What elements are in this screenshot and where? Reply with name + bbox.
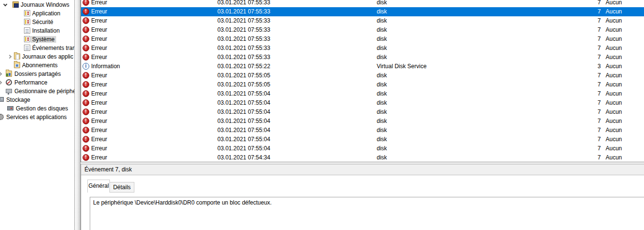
plain-log-icon xyxy=(24,45,30,51)
sidebar-item-evenements-trar[interactable]: Événements trar xyxy=(0,44,74,52)
level-cell: Erreur xyxy=(91,155,107,161)
event-id-cell: 7 xyxy=(582,36,601,42)
event-row[interactable]: Erreur03.01.2021 07:54:34disk7Aucun xyxy=(81,153,644,162)
sidebar-item-dossiers-partages[interactable]: Dossiers partagés xyxy=(0,70,74,78)
task-category-cell: Aucun xyxy=(606,0,622,6)
event-log-icon xyxy=(24,10,30,16)
event-row[interactable]: Erreur03.01.2021 07:55:04disk7Aucun xyxy=(81,98,644,108)
date-cell: 03.01.2021 07:55:33 xyxy=(217,45,270,51)
services-icon xyxy=(0,114,4,120)
event-row[interactable]: Erreur03.01.2021 07:55:33disk7Aucun xyxy=(81,7,644,16)
tab-general[interactable]: Général xyxy=(87,180,110,193)
level-cell: Erreur xyxy=(91,9,107,15)
event-row[interactable]: Erreur03.01.2021 07:55:33disk7Aucun xyxy=(81,0,644,7)
event-log-icon xyxy=(24,36,30,42)
source-cell: disk xyxy=(377,82,387,88)
level-cell: Erreur xyxy=(91,136,107,143)
sidebar-item-gestionnaire-de-periphe[interactable]: Gestionnaire de périphé xyxy=(0,87,74,96)
event-id-cell: 7 xyxy=(582,45,601,51)
sidebar-item-journaux-windows[interactable]: Journaux Windows xyxy=(0,0,74,9)
event-id-cell: 7 xyxy=(582,109,601,115)
event-row[interactable]: Erreur03.01.2021 07:55:04disk7Aucun xyxy=(81,117,644,126)
error-icon xyxy=(83,90,89,97)
sidebar-item-application[interactable]: Application xyxy=(0,9,74,18)
event-row[interactable]: Erreur03.01.2021 07:55:04disk7Aucun xyxy=(81,144,644,153)
event-row[interactable]: Erreur03.01.2021 07:55:04disk7Aucun xyxy=(81,135,644,144)
tab-details[interactable]: Détails xyxy=(109,182,134,193)
storage-icon xyxy=(0,97,4,102)
task-category-cell: Aucun xyxy=(606,100,622,106)
task-category-cell: Aucun xyxy=(606,27,622,33)
error-icon xyxy=(83,154,89,161)
source-cell: disk xyxy=(377,145,387,152)
error-icon xyxy=(83,109,89,115)
level-cell: Erreur xyxy=(91,54,107,61)
error-icon xyxy=(83,72,89,79)
disk-management-icon xyxy=(7,106,13,110)
chevron-down-icon[interactable] xyxy=(3,2,7,6)
event-id-cell: 7 xyxy=(582,27,601,33)
windows-logs-icon xyxy=(12,1,19,8)
event-row[interactable]: Erreur03.01.2021 07:55:05disk7Aucun xyxy=(81,71,644,80)
performance-icon xyxy=(6,79,12,85)
task-category-cell: Aucun xyxy=(606,91,622,97)
task-category-cell: Aucun xyxy=(606,63,622,70)
event-row[interactable]: Information03.01.2021 07:55:22Virtual Di… xyxy=(81,62,644,71)
sidebar-item-stockage[interactable]: Stockage xyxy=(0,96,74,104)
event-row[interactable]: Erreur03.01.2021 07:55:04disk7Aucun xyxy=(81,89,644,98)
console-tree: Journaux WindowsApplicationSécuritéInsta… xyxy=(0,0,74,121)
task-category-cell: Aucun xyxy=(606,18,622,24)
sidebar-item-performance[interactable]: Performance xyxy=(0,78,74,87)
sidebar-item-label: Abonnements xyxy=(22,62,58,69)
event-row[interactable]: Erreur03.01.2021 07:55:33disk7Aucun xyxy=(81,25,644,35)
level-cell: Erreur xyxy=(91,109,107,115)
event-message-text: Le périphérique \Device\Harddisk0\DR0 co… xyxy=(93,199,272,206)
source-cell: disk xyxy=(377,18,387,24)
task-category-cell: Aucun xyxy=(606,54,622,61)
task-category-cell: Aucun xyxy=(606,145,622,152)
chevron-right-icon[interactable] xyxy=(0,72,2,76)
date-cell: 03.01.2021 07:55:05 xyxy=(217,82,270,88)
event-row[interactable]: Erreur03.01.2021 07:55:04disk7Aucun xyxy=(81,108,644,117)
date-cell: 03.01.2021 07:55:04 xyxy=(217,145,270,152)
task-category-cell: Aucun xyxy=(606,9,622,15)
sidebar-item-label: Application xyxy=(32,10,60,17)
source-cell: disk xyxy=(377,155,387,161)
level-cell: Erreur xyxy=(91,18,107,24)
date-cell: 03.01.2021 07:55:04 xyxy=(217,109,270,115)
sidebar-item-securite[interactable]: Sécurité xyxy=(0,18,74,26)
error-icon xyxy=(83,0,89,6)
sidebar-item-services-et-applications[interactable]: Services et applications xyxy=(0,113,74,121)
sidebar-item-label: Système xyxy=(31,36,56,43)
event-id-cell: 3 xyxy=(582,63,601,70)
event-row[interactable]: Erreur03.01.2021 07:55:33disk7Aucun xyxy=(81,44,644,53)
sidebar-item-systeme[interactable]: Système xyxy=(0,35,74,44)
event-id-cell: 7 xyxy=(582,118,601,124)
error-icon xyxy=(83,99,89,106)
chevron-right-icon[interactable] xyxy=(0,81,2,85)
error-icon xyxy=(83,127,89,133)
event-row[interactable]: Erreur03.01.2021 07:55:33disk7Aucun xyxy=(81,53,644,62)
folder-grid-icon xyxy=(14,62,20,68)
sidebar-item-installation[interactable]: Installation xyxy=(0,26,74,35)
source-cell: disk xyxy=(377,9,387,15)
source-cell: Virtual Disk Service xyxy=(377,63,427,70)
chevron-right-icon[interactable] xyxy=(8,55,12,59)
event-row[interactable]: Erreur03.01.2021 07:55:05disk7Aucun xyxy=(81,80,644,89)
sidebar-item-journaux-des-applic[interactable]: Journaux des applic xyxy=(0,52,74,61)
sidebar-item-label: Stockage xyxy=(6,97,30,103)
tree-vertical-scrollbar[interactable] xyxy=(74,0,81,230)
level-cell: Erreur xyxy=(91,45,107,51)
event-message-box[interactable]: Le périphérique \Device\Harddisk0\DR0 co… xyxy=(90,197,644,230)
source-cell: disk xyxy=(377,118,387,124)
error-icon xyxy=(83,26,89,33)
date-cell: 03.01.2021 07:55:33 xyxy=(217,54,270,61)
event-row[interactable]: Erreur03.01.2021 07:55:04disk7Aucun xyxy=(81,126,644,135)
event-row[interactable]: Erreur03.01.2021 07:55:33disk7Aucun xyxy=(81,16,644,25)
source-cell: disk xyxy=(377,100,387,106)
sidebar-item-gestion-des-disques[interactable]: Gestion des disques xyxy=(0,104,74,113)
event-log-icon xyxy=(24,19,30,25)
sidebar-item-abonnements[interactable]: Abonnements xyxy=(0,61,74,70)
event-id-cell: 7 xyxy=(582,54,601,61)
event-row[interactable]: Erreur03.01.2021 07:55:33disk7Aucun xyxy=(81,35,644,44)
